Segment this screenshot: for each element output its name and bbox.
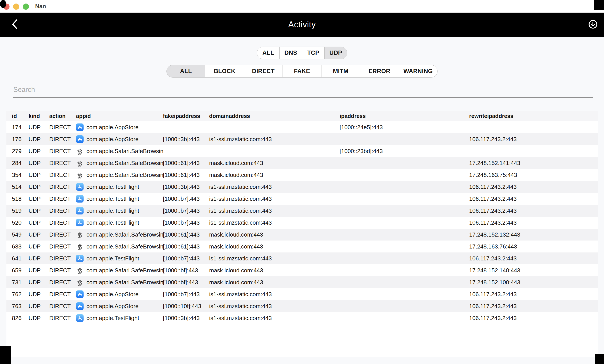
cell-rewriteipaddress: 106.117.243.2:443 bbox=[469, 315, 598, 322]
cell-domainaddress: mask.icloud.com:443 bbox=[209, 172, 340, 179]
cell-id: 659 bbox=[6, 267, 28, 274]
cell-action: DIRECT bbox=[49, 183, 76, 190]
cell-id: 641 bbox=[6, 255, 28, 262]
appid-label: com.apple.TestFlight bbox=[87, 183, 139, 190]
cell-id: 633 bbox=[6, 243, 28, 250]
appid-label: com.apple.AppStore bbox=[87, 291, 138, 298]
cell-id: 762 bbox=[6, 291, 28, 298]
appid-label: com.apple.Safari.SafeBrowsing bbox=[87, 279, 163, 286]
cell-id: 826 bbox=[6, 315, 28, 322]
table-row[interactable]: 176UDPDIRECTcom.apple.AppStore[1000::3b]… bbox=[6, 133, 598, 145]
action-option-fake[interactable]: FAKE bbox=[283, 65, 321, 77]
cell-kind: UDP bbox=[28, 207, 49, 214]
cell-rewriteipaddress: 106.117.243.2:443 bbox=[469, 195, 598, 202]
table-body: 174UDPDIRECTcom.apple.AppStore[1000::24e… bbox=[6, 121, 598, 324]
cell-appid: com.apple.AppStore bbox=[76, 291, 163, 298]
appid-label: com.apple.TestFlight bbox=[87, 195, 139, 202]
cell-kind: UDP bbox=[28, 231, 49, 238]
search-input[interactable] bbox=[13, 82, 593, 98]
action-option-mitm[interactable]: MITM bbox=[321, 65, 360, 77]
protocol-option-udp[interactable]: UDP bbox=[324, 47, 347, 59]
cell-id: 279 bbox=[6, 148, 28, 155]
action-filter: ALLBLOCKDIRECTFAKEMITMERRORWARNING bbox=[166, 65, 438, 77]
action-option-all[interactable]: ALL bbox=[167, 65, 205, 77]
download-button[interactable] bbox=[586, 12, 600, 37]
table-row[interactable]: 763UDPDIRECTcom.apple.AppStore[1000::10f… bbox=[6, 300, 598, 312]
table-row[interactable]: 284UDPDIRECTcom.apple.Safari.SafeBrowsin… bbox=[6, 157, 598, 169]
cell-fakeipaddress: [1000::bf]:443 bbox=[163, 267, 209, 274]
cell-id: 731 bbox=[6, 279, 28, 286]
table-row[interactable]: 354UDPDIRECTcom.apple.Safari.SafeBrowsin… bbox=[6, 169, 598, 181]
cell-id: 284 bbox=[6, 160, 28, 167]
action-option-error[interactable]: ERROR bbox=[360, 65, 399, 77]
cell-fakeipaddress: [1000::bf]:443 bbox=[163, 279, 209, 286]
cell-fakeipaddress: [1000::10f]:443 bbox=[163, 303, 209, 310]
cell-rewriteipaddress: 17.248.152.132:443 bbox=[469, 231, 598, 238]
cell-rewriteipaddress: 17.248.152.100:443 bbox=[469, 279, 598, 286]
cell-appid: com.apple.Safari.SafeBrowsing bbox=[76, 267, 163, 274]
cell-appid: com.apple.TestFlight bbox=[76, 195, 163, 203]
cell-domainaddress: mask.icloud.com:443 bbox=[209, 231, 340, 238]
appid-label: com.apple.Safari.SafeBrowsing bbox=[87, 267, 163, 274]
cell-fakeipaddress: [1000::3b]:443 bbox=[163, 136, 209, 143]
table-row[interactable]: 279UDPDIRECTcom.apple.Safari.SafeBrowsin… bbox=[6, 145, 598, 157]
cell-action: DIRECT bbox=[49, 315, 76, 322]
activity-table: idkindactionappidfakeipaddressdomainaddr… bbox=[6, 111, 598, 357]
column-header-action: action bbox=[49, 113, 76, 119]
safebrowsing-icon bbox=[76, 279, 84, 286]
table-row[interactable]: 826UDPDIRECTcom.apple.TestFlight[1000::3… bbox=[6, 312, 598, 324]
protocol-option-all[interactable]: ALL bbox=[257, 47, 279, 59]
cell-action: DIRECT bbox=[49, 255, 76, 262]
table-row[interactable]: 731UDPDIRECTcom.apple.Safari.SafeBrowsin… bbox=[6, 276, 598, 288]
appid-label: com.apple.TestFlight bbox=[87, 207, 139, 214]
appstore-icon bbox=[76, 135, 84, 143]
cell-id: 518 bbox=[6, 195, 28, 202]
table-row[interactable]: 519UDPDIRECTcom.apple.TestFlight[1000::b… bbox=[6, 205, 598, 217]
action-option-block[interactable]: BLOCK bbox=[205, 65, 244, 77]
cell-fakeipaddress: [1000::61]:443 bbox=[163, 160, 209, 167]
cell-appid: com.apple.TestFlight bbox=[76, 255, 163, 262]
nav-bar: Activity bbox=[0, 12, 604, 37]
action-option-direct[interactable]: DIRECT bbox=[244, 65, 283, 77]
safebrowsing-icon bbox=[76, 243, 84, 250]
table-row[interactable]: 174UDPDIRECTcom.apple.AppStore[1000::24e… bbox=[6, 121, 598, 133]
cell-action: DIRECT bbox=[49, 172, 76, 179]
appid-label: com.apple.Safari.SafeBrowsing bbox=[87, 148, 163, 155]
cell-appid: com.apple.AppStore bbox=[76, 302, 163, 310]
table-row[interactable]: 518UDPDIRECTcom.apple.TestFlight[1000::b… bbox=[6, 193, 598, 205]
cell-action: DIRECT bbox=[49, 279, 76, 286]
table-row[interactable]: 641UDPDIRECTcom.apple.TestFlight[1000::b… bbox=[6, 253, 598, 264]
cell-rewriteipaddress: 106.117.243.2:443 bbox=[469, 291, 598, 298]
cell-kind: UDP bbox=[28, 195, 49, 202]
table-row[interactable]: 520UDPDIRECTcom.apple.TestFlight[1000::b… bbox=[6, 217, 598, 229]
cell-domainaddress: mask.icloud.com:443 bbox=[209, 160, 340, 167]
cell-kind: UDP bbox=[28, 148, 49, 155]
back-button[interactable] bbox=[8, 12, 21, 37]
table-row[interactable]: 633UDPDIRECTcom.apple.Safari.SafeBrowsin… bbox=[6, 241, 598, 253]
cell-appid: com.apple.Safari.SafeBrowsing bbox=[76, 243, 163, 250]
content-area: ALLDNSTCPUDP ALLBLOCKDIRECTFAKEMITMERROR… bbox=[0, 37, 604, 364]
cell-action: DIRECT bbox=[49, 243, 76, 250]
table-row[interactable]: 514UDPDIRECTcom.apple.TestFlight[1000::3… bbox=[6, 181, 598, 193]
zoom-window-button[interactable] bbox=[23, 3, 29, 10]
protocol-option-dns[interactable]: DNS bbox=[279, 47, 302, 59]
page-title: Activity bbox=[0, 12, 604, 37]
cell-ipaddress: [1000::23bd]:443 bbox=[340, 148, 469, 155]
action-option-warning[interactable]: WARNING bbox=[399, 65, 437, 77]
appid-label: com.apple.TestFlight bbox=[87, 219, 139, 226]
cell-rewriteipaddress: 106.117.243.2:443 bbox=[469, 183, 598, 190]
cell-kind: UDP bbox=[28, 315, 49, 322]
safebrowsing-icon bbox=[76, 147, 84, 155]
cell-fakeipaddress: [1000::61]:443 bbox=[163, 231, 209, 238]
table-row[interactable]: 659UDPDIRECTcom.apple.Safari.SafeBrowsin… bbox=[6, 264, 598, 276]
cell-kind: UDP bbox=[28, 279, 49, 286]
cell-rewriteipaddress: 17.248.152.140:443 bbox=[469, 267, 598, 274]
table-row[interactable]: 762UDPDIRECTcom.apple.AppStore[1000::b7]… bbox=[6, 288, 598, 300]
minimize-window-button[interactable] bbox=[13, 3, 19, 10]
column-header-kind: kind bbox=[28, 113, 49, 119]
protocol-option-tcp[interactable]: TCP bbox=[302, 47, 325, 59]
cell-action: DIRECT bbox=[49, 291, 76, 298]
corner-artifact-top-left bbox=[0, 0, 6, 8]
cell-domainaddress: is1-ssl.mzstatic.com:443 bbox=[209, 303, 340, 310]
table-row[interactable]: 549UDPDIRECTcom.apple.Safari.SafeBrowsin… bbox=[6, 229, 598, 241]
